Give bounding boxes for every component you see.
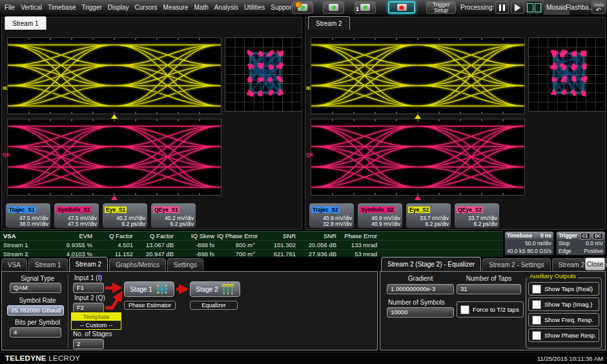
constellation-icon bbox=[156, 283, 169, 295]
trace-name: Symbols_S2 bbox=[360, 207, 395, 213]
number-of-taps-field[interactable]: 31 bbox=[457, 284, 521, 294]
checkbox-label: Show Freq. Resp. bbox=[544, 316, 593, 323]
input2-field[interactable]: F2 bbox=[73, 303, 104, 313]
trace-descriptor[interactable]: Symbols_S147.5 mV/div47.5 mV/div bbox=[54, 203, 99, 228]
checkbox-icon bbox=[532, 316, 541, 325]
trace-descriptor[interactable]: Eye_S233.7 mV/div6.2 ps/div12.887 k# bbox=[406, 203, 451, 228]
stages-label: No. of Stages bbox=[73, 330, 112, 338]
menu-item-timebase[interactable]: Timebase bbox=[48, 4, 76, 11]
trace-name: Trajec_S2 bbox=[311, 207, 340, 213]
checkbox-label: Show Tap (Imag.) bbox=[544, 301, 592, 308]
constellation-diagram[interactable] bbox=[528, 37, 606, 112]
timebase-title: Timebase bbox=[507, 232, 532, 239]
trace-descriptor[interactable]: Symbols_S240.9 mV/div40.9 mV/div bbox=[357, 203, 403, 228]
equalizer-button[interactable]: Equalizer bbox=[190, 301, 238, 310]
stage2-button[interactable]: Stage 2 bbox=[190, 281, 240, 297]
template-box[interactable]: Template -- Custom -- bbox=[71, 312, 121, 330]
trigger-setup-button[interactable]: Trigger Setup bbox=[426, 1, 456, 14]
equalizer-dialog-tabs: Stream 2 (Stage 2) - EqualizerStream 2 -… bbox=[381, 257, 607, 271]
signal-type-field[interactable]: QAM bbox=[10, 283, 61, 293]
processing-label: Processing: bbox=[460, 0, 494, 15]
symbol-rate-label: Symbol Rate bbox=[8, 297, 67, 304]
tab-stream-2-stage-2-equalizer[interactable]: Stream 2 (Stage 2) - Equalizer bbox=[381, 257, 481, 271]
trace-value: 32.8 mV/div bbox=[311, 221, 352, 227]
mosaic-button[interactable] bbox=[526, 1, 542, 14]
trigger-box[interactable]: Trigger C1 DC Stop 0.0 mV Edge Positive bbox=[556, 231, 606, 256]
checkbox-show-tap-imag-[interactable]: Show Tap (Imag.) bbox=[528, 298, 599, 311]
menu-items: FileVerticalTimebaseTriggerDisplayCursor… bbox=[5, 0, 293, 15]
pause-button[interactable] bbox=[495, 1, 509, 14]
menu-item-trigger[interactable]: Trigger bbox=[81, 4, 101, 11]
auto-trigger-button[interactable] bbox=[292, 1, 313, 14]
vsa-column-header: IQ Phase Error bbox=[217, 232, 258, 240]
stream2-settings-panel: Signal Type QAM Symbol Rate 25.782000 GB… bbox=[1, 271, 378, 350]
menu-item-support[interactable]: Support bbox=[271, 4, 293, 11]
menu-item-utilities[interactable]: Utilities bbox=[244, 4, 265, 11]
trace-value: 40.9 mV/div bbox=[360, 221, 400, 227]
clock-readout: 11/25/2015 10:11:36 AM bbox=[537, 352, 603, 364]
trigger-marker-icon[interactable] bbox=[415, 114, 421, 119]
menu-item-cursors[interactable]: Cursors bbox=[135, 4, 158, 11]
i-eye-diagram[interactable] bbox=[311, 37, 525, 114]
undo-button[interactable]: Undo ↶ bbox=[592, 1, 606, 14]
trigger-marker-icon[interactable] bbox=[415, 196, 421, 200]
bits-per-symbol-label: Bits per Symbol bbox=[8, 319, 67, 326]
checkbox-show-freq-resp-[interactable]: Show Freq. Resp. bbox=[528, 313, 599, 327]
trace-value: 12.887 k# bbox=[153, 228, 194, 228]
trace-descriptor[interactable]: Trajec_S240.9 mV/div32.8 mV/div bbox=[309, 203, 355, 228]
close-button[interactable]: Close bbox=[585, 258, 605, 270]
symbol-rate-field[interactable]: 25.782000 GBaud bbox=[7, 305, 64, 316]
stream-tab[interactable]: Stream 1 bbox=[5, 16, 46, 30]
stage1-button[interactable]: Stage 1 bbox=[124, 281, 174, 297]
vsa-table-header: VSAEVMQ FactorQ FactorIQ SkewIQ Phase Er… bbox=[0, 232, 503, 240]
play-button[interactable] bbox=[511, 1, 524, 14]
normal-trigger-button[interactable] bbox=[323, 1, 344, 14]
stop-trigger-button[interactable] bbox=[388, 1, 415, 14]
menu-item-display[interactable]: Display bbox=[108, 4, 129, 11]
phase-estimator-button[interactable]: Phase Estimator bbox=[124, 301, 176, 310]
timebase-box[interactable]: Timebase 0 ns 50.0 ns/div 40.0 kS 80.0 G… bbox=[504, 231, 554, 256]
pause-icon bbox=[499, 5, 505, 11]
tab-graphs-metrics[interactable]: Graphs/Metrics bbox=[109, 258, 166, 271]
vsa-row-label: Stream 1 bbox=[0, 241, 54, 249]
stages-field[interactable]: 2 bbox=[73, 339, 104, 349]
bits-per-symbol-field[interactable]: 4 bbox=[10, 327, 61, 338]
trace-descriptor[interactable]: Trajec_S147.5 mV/div38.0 mV/div bbox=[5, 203, 51, 228]
constellation-diagram[interactable] bbox=[225, 37, 302, 112]
q-eye-diagram[interactable] bbox=[311, 119, 525, 196]
tab-settings[interactable]: Settings bbox=[167, 258, 203, 271]
gradient-field[interactable]: 1.000000000e-3 bbox=[387, 284, 454, 294]
status-bar: TELEDYNE LECROY 11/25/2015 10:11:36 AM bbox=[0, 352, 607, 364]
menu-item-file[interactable]: File bbox=[5, 4, 15, 11]
trace-descriptor[interactable]: QEye_S140.2 mV/div6.2 ps/div12.887 k# bbox=[150, 203, 196, 228]
menu-item-measure[interactable]: Measure bbox=[163, 4, 189, 11]
stream-tab[interactable]: Stream 2 bbox=[308, 16, 350, 30]
checkbox-show-phase-resp-[interactable]: Show Phase Resp. bbox=[528, 329, 599, 342]
menu-item-vertical[interactable]: Vertical bbox=[21, 4, 42, 11]
force-t2-taps-checkbox[interactable]: Force to T/2 taps bbox=[457, 301, 524, 318]
menu-item-analysis[interactable]: Analysis bbox=[214, 4, 238, 11]
q-eye-diagram[interactable] bbox=[7, 119, 221, 196]
trigger-marker-icon[interactable] bbox=[111, 114, 118, 119]
tab-stream-2-settings[interactable]: Stream 2 - Settings bbox=[482, 258, 551, 271]
tab-vsa[interactable]: VSA bbox=[1, 258, 27, 271]
checkbox-icon bbox=[532, 300, 541, 309]
tab-stream-1[interactable]: Stream 1 bbox=[28, 258, 68, 271]
flashback-button[interactable]: Flashba... bbox=[566, 0, 594, 15]
trace-descriptor[interactable]: QEye_S233.7 mV/div6.2 ps/div12.887 k# bbox=[454, 203, 500, 228]
clock-icon bbox=[295, 1, 302, 8]
trace-descriptor[interactable]: Eye_S140.2 mV/div6.2 ps/div12.887 k# bbox=[102, 203, 148, 228]
menu-item-math[interactable]: Math bbox=[194, 4, 209, 11]
checkbox-label: Show Phase Resp. bbox=[544, 332, 597, 339]
i-eye-diagram[interactable] bbox=[7, 37, 221, 114]
number-of-symbols-field[interactable]: 10000 bbox=[387, 307, 454, 318]
trace-value: 12.887 k# bbox=[408, 228, 449, 228]
tab-stream-2[interactable]: Stream 2 bbox=[69, 257, 108, 271]
input1-field[interactable]: F1 bbox=[73, 283, 104, 293]
template-value[interactable]: -- Custom -- bbox=[72, 321, 121, 329]
checkbox-show-taps-real-[interactable]: Show Taps (Real) bbox=[528, 282, 599, 296]
trigger-marker-icon[interactable] bbox=[111, 196, 118, 200]
stream-panel: Stream 1 IE QE Trajec_S147.5 mV/div38.0 … bbox=[1, 17, 302, 230]
single-trigger-button[interactable]: 1 bbox=[355, 1, 376, 14]
vsa-table-row: Stream 19.9355 %4.50113.067 dB-888 fs800… bbox=[0, 240, 503, 249]
